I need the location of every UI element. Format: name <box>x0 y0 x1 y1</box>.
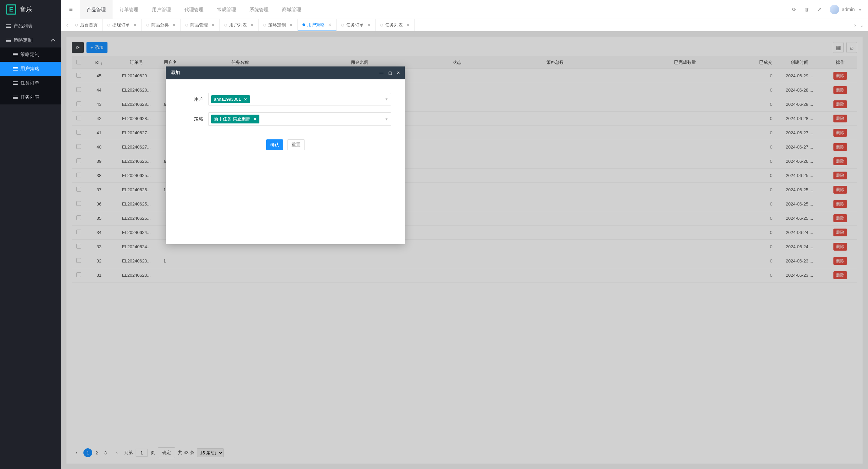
top-menu-item[interactable]: 商城管理 <box>275 0 308 19</box>
tab[interactable]: 商品分类✕ <box>142 19 181 31</box>
list-icon <box>13 53 18 56</box>
tabbar: ‹ 后台首页提现订单✕商品分类✕商品管理✕用户列表✕策略定制✕用户策略✕任务订单… <box>61 19 868 31</box>
sidebar-label: 策略定制 <box>20 52 39 58</box>
list-icon <box>6 24 11 28</box>
tab-close-icon[interactable]: ✕ <box>172 23 176 27</box>
logo: E 音乐 <box>0 0 61 19</box>
sidebar-label: 用户策略 <box>20 66 39 72</box>
tab-close-icon[interactable]: ✕ <box>133 23 137 27</box>
user-select[interactable]: anna1993001 ✕ ▼ <box>208 93 391 105</box>
tab-label: 任务订单 <box>346 22 364 28</box>
dropdown-caret-icon: ▼ <box>385 97 388 101</box>
avatar <box>830 5 839 14</box>
refresh-icon[interactable] <box>792 6 796 13</box>
top-menu-item[interactable]: 常规管理 <box>210 0 243 19</box>
tab-dot-icon <box>263 24 266 26</box>
user-menu[interactable]: admin <box>830 5 861 14</box>
tab-label: 策略定制 <box>268 22 286 28</box>
tab-label: 后台首页 <box>80 22 98 28</box>
clear-cache-icon[interactable] <box>805 6 809 12</box>
sidebar-sub-user-strategy[interactable]: 用户策略 <box>0 62 61 76</box>
strategy-tag: 新手任务 禁止删除 ✕ <box>211 115 259 123</box>
username-text: admin <box>842 7 855 12</box>
topbar: 产品管理订单管理用户管理代理管理常规管理系统管理商城管理 admin <box>61 0 868 19</box>
tabs-menu[interactable]: ⌄ <box>859 22 865 28</box>
sidebar-label: 策略定制 <box>14 37 33 43</box>
tab-close-icon[interactable]: ✕ <box>211 23 215 27</box>
fullscreen-icon[interactable] <box>817 6 822 13</box>
logo-icon: E <box>6 4 16 15</box>
tab-dot-icon <box>224 24 227 26</box>
list-icon <box>13 81 18 85</box>
strategy-tag-text: 新手任务 禁止删除 <box>214 116 251 122</box>
tab-label: 提现订单 <box>112 22 130 28</box>
caret-down-icon <box>857 7 861 12</box>
list-icon <box>13 67 18 71</box>
tab-label: 商品管理 <box>190 22 208 28</box>
maximize-icon[interactable]: ▢ <box>388 71 392 75</box>
tabs-scroll-right[interactable]: › <box>852 22 859 28</box>
tab[interactable]: 商品管理✕ <box>181 19 220 31</box>
reset-button[interactable]: 重置 <box>287 139 305 150</box>
tab[interactable]: 策略定制✕ <box>259 19 298 31</box>
modal-title: 添加 <box>171 70 180 76</box>
tab[interactable]: 后台首页 <box>71 19 103 31</box>
tab-close-icon[interactable]: ✕ <box>367 23 371 27</box>
tab[interactable]: 用户列表✕ <box>220 19 259 31</box>
confirm-button[interactable]: 确认 <box>266 139 283 150</box>
strategy-select[interactable]: 新手任务 禁止删除 ✕ ▼ <box>208 112 391 126</box>
strategy-field-label: 策略 <box>179 116 208 122</box>
user-field-label: 用户 <box>179 96 208 102</box>
tab-close-icon[interactable]: ✕ <box>406 23 410 27</box>
top-menu-item[interactable]: 系统管理 <box>243 0 275 19</box>
tabs-scroll-left[interactable]: ‹ <box>64 22 71 28</box>
top-menu-item[interactable]: 用户管理 <box>145 0 178 19</box>
brand-text: 音乐 <box>20 5 32 14</box>
tab-close-icon[interactable]: ✕ <box>328 22 332 27</box>
remove-tag-icon[interactable]: ✕ <box>253 117 257 121</box>
tab[interactable]: 任务列表✕ <box>376 19 415 31</box>
top-menu-item[interactable]: 代理管理 <box>178 0 210 19</box>
sidebar: E 音乐 产品列表 策略定制 策略定制 <box>0 0 61 469</box>
top-menu-item[interactable]: 产品管理 <box>80 0 113 19</box>
tab[interactable]: 提现订单✕ <box>103 19 142 31</box>
dropdown-caret-icon: ▼ <box>385 117 388 121</box>
tab-dot-icon <box>341 24 344 26</box>
tab[interactable]: 任务订单✕ <box>337 19 376 31</box>
sidebar-item-product-list[interactable]: 产品列表 <box>0 19 61 33</box>
sidebar-label: 任务订单 <box>20 80 39 86</box>
chevron-up-icon <box>51 39 56 43</box>
tab-close-icon[interactable]: ✕ <box>289 23 293 27</box>
sidebar-sub-strategy[interactable]: 策略定制 <box>0 47 61 62</box>
tab-dot-icon <box>302 23 305 26</box>
user-tag-text: anna1993001 <box>214 97 241 102</box>
tab-dot-icon <box>75 24 78 26</box>
sidebar-item-strategy[interactable]: 策略定制 <box>0 33 61 47</box>
tab-close-icon[interactable]: ✕ <box>250 23 254 27</box>
tab-dot-icon <box>380 24 383 26</box>
collapse-sidebar-button[interactable] <box>61 0 80 19</box>
sidebar-label: 任务列表 <box>20 94 39 100</box>
tab-label: 用户列表 <box>229 22 247 28</box>
list-icon <box>6 39 11 42</box>
add-modal: 添加 — ▢ ✕ 用户 anna1993001 ✕ ▼ 策略 <box>166 66 405 244</box>
sidebar-sub-task-list[interactable]: 任务列表 <box>0 90 61 104</box>
tab-label: 商品分类 <box>151 22 169 28</box>
user-tag: anna1993001 ✕ <box>211 95 250 103</box>
tab-dot-icon <box>185 24 188 26</box>
remove-tag-icon[interactable]: ✕ <box>244 97 247 102</box>
tab-dot-icon <box>107 24 110 26</box>
list-icon <box>13 96 18 99</box>
minimize-icon[interactable]: — <box>379 71 383 75</box>
tab-label: 用户策略 <box>307 22 325 28</box>
close-icon[interactable]: ✕ <box>397 71 400 75</box>
top-menu-item[interactable]: 订单管理 <box>113 0 145 19</box>
tab-dot-icon <box>146 24 149 26</box>
sidebar-label: 产品列表 <box>14 23 33 29</box>
tab[interactable]: 用户策略✕ <box>298 19 337 31</box>
tab-label: 任务列表 <box>385 22 403 28</box>
sidebar-sub-task-order[interactable]: 任务订单 <box>0 76 61 90</box>
